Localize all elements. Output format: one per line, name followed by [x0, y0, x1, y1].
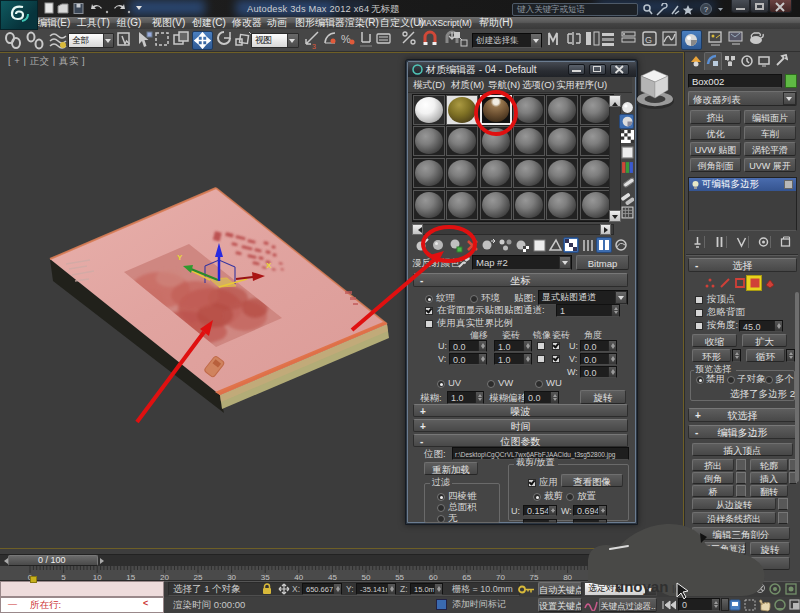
svg-text:80: 80	[563, 573, 572, 581]
svg-text:65: 65	[462, 573, 471, 581]
svg-text:55: 55	[395, 573, 404, 581]
svg-text:95: 95	[664, 573, 673, 581]
svg-text:90: 90	[630, 573, 639, 581]
svg-text:20: 20	[160, 573, 169, 581]
svg-text:15: 15	[126, 573, 135, 581]
svg-text:75: 75	[530, 573, 539, 581]
svg-text:60: 60	[429, 573, 438, 581]
svg-text:5: 5	[61, 573, 66, 581]
svg-text:45: 45	[328, 573, 337, 581]
svg-text:70: 70	[496, 573, 505, 581]
svg-text:?: ?	[704, 5, 709, 14]
svg-text:50: 50	[362, 573, 371, 581]
svg-text:10: 10	[93, 573, 102, 581]
svg-text:40: 40	[294, 573, 303, 581]
svg-text:25: 25	[194, 573, 203, 581]
svg-text:35: 35	[261, 573, 270, 581]
svg-text:30: 30	[227, 573, 236, 581]
svg-text:85: 85	[597, 573, 606, 581]
